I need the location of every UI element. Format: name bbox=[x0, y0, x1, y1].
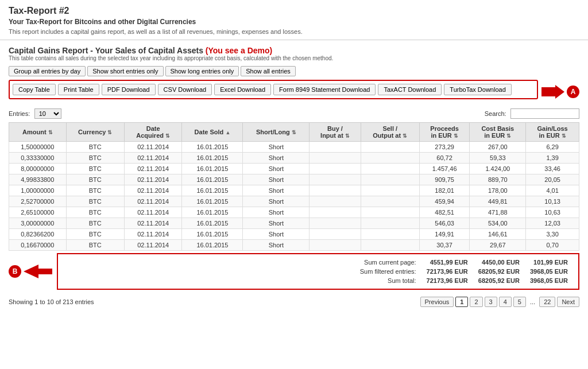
table-cell: 1,39 bbox=[526, 153, 579, 164]
table-cell: 59,33 bbox=[470, 153, 526, 164]
search-control: Search: bbox=[485, 108, 579, 119]
page-wrapper: Tax-Report #2 Your Tax-Report for Bitcoi… bbox=[0, 0, 588, 369]
table-cell: 16.01.2015 bbox=[182, 164, 243, 174]
table-cell bbox=[361, 207, 419, 218]
filter-btn-all[interactable]: Show all entries bbox=[241, 66, 296, 76]
csv-download-button[interactable]: CSV Download bbox=[158, 84, 212, 95]
col-date-acquired[interactable]: DateAcquired ⇅ bbox=[124, 123, 181, 142]
table-row: 2,52700000BTC02.11.201416.01.2015Short45… bbox=[9, 196, 579, 207]
section-title: Capital Gains Report - Your Sales of Cap… bbox=[9, 46, 272, 55]
data-table: Amount ⇅ Currency ⇅ DateAcquired ⇅ Date … bbox=[9, 122, 579, 251]
arrow-b-icon bbox=[24, 265, 52, 278]
summary-table: Sum current page: 4551,99 EUR 4450,00 EU… bbox=[354, 257, 574, 286]
page-btn-5[interactable]: 5 bbox=[513, 297, 526, 307]
table-cell: 0,70 bbox=[526, 240, 579, 251]
section-description: This table contains all sales during the… bbox=[9, 55, 579, 61]
table-cell bbox=[361, 196, 419, 207]
table-cell: BTC bbox=[66, 196, 124, 207]
table-cell: 10,63 bbox=[526, 207, 579, 218]
col-date-sold[interactable]: Date Sold ▲ bbox=[182, 123, 243, 142]
table-cell: 02.11.2014 bbox=[124, 153, 181, 164]
page-btn-4[interactable]: 4 bbox=[499, 297, 512, 307]
section-title-row: Capital Gains Report - Your Sales of Cap… bbox=[9, 46, 579, 55]
table-cell bbox=[361, 229, 419, 240]
table-cell: 4,01 bbox=[526, 185, 579, 196]
table-cell bbox=[310, 240, 361, 251]
table-cell: 30,37 bbox=[419, 240, 470, 251]
table-cell: 0,82366200 bbox=[9, 229, 67, 240]
table-row: 1,50000000BTC02.11.201416.01.2015Short27… bbox=[9, 142, 579, 153]
summary-gain-current: 101,99 EUR bbox=[525, 258, 572, 266]
table-cell: Short bbox=[243, 207, 310, 218]
filter-btn-long-only[interactable]: Show long entries only bbox=[165, 66, 239, 76]
table-cell: 909,75 bbox=[419, 174, 470, 185]
table-cell: BTC bbox=[66, 153, 124, 164]
summary-total: Sum total: 72173,96 EUR 68205,92 EUR 396… bbox=[355, 277, 572, 285]
table-cell bbox=[361, 174, 419, 185]
taxact-download-button[interactable]: TaxACT Download bbox=[378, 84, 442, 95]
table-body: 1,50000000BTC02.11.201416.01.2015Short27… bbox=[9, 142, 579, 251]
table-cell: 1,00000000 bbox=[9, 185, 67, 196]
col-buy-input[interactable]: Buy /Input at ⇅ bbox=[310, 123, 361, 142]
table-cell bbox=[310, 229, 361, 240]
filter-btn-short-only[interactable]: Show short entries only bbox=[87, 66, 163, 76]
annotation-b: B bbox=[9, 265, 52, 278]
filter-buttons-row: Group all entries by day Show short entr… bbox=[9, 66, 579, 76]
entries-select[interactable]: 10 25 50 100 bbox=[34, 108, 61, 119]
table-cell: 178,00 bbox=[470, 185, 526, 196]
summary-gain-filtered: 3968,05 EUR bbox=[525, 267, 572, 275]
table-cell: 33,46 bbox=[526, 164, 579, 174]
annotation-a: A bbox=[541, 85, 579, 99]
action-buttons-container: Copy Table Print Table PDF Download CSV … bbox=[9, 80, 538, 99]
table-cell: 1.457,46 bbox=[419, 164, 470, 174]
table-cell: BTC bbox=[66, 185, 124, 196]
table-cell: 16.01.2015 bbox=[182, 196, 243, 207]
table-row: 2,65100000BTC02.11.201416.01.2015Short48… bbox=[9, 207, 579, 218]
table-cell: 02.11.2014 bbox=[124, 207, 181, 218]
excel-download-button[interactable]: Excel Download bbox=[214, 84, 271, 95]
col-gain-loss[interactable]: Gain/Lossin EUR ⇅ bbox=[526, 123, 579, 142]
arrow-a-icon bbox=[541, 85, 564, 99]
page-btn-1[interactable]: 1 bbox=[455, 297, 468, 307]
summary-label-total: Sum total: bbox=[355, 277, 421, 285]
table-cell bbox=[310, 174, 361, 185]
col-amount[interactable]: Amount ⇅ bbox=[9, 123, 67, 142]
summary-gain-total: 3968,05 EUR bbox=[525, 277, 572, 285]
print-table-button[interactable]: Print Table bbox=[58, 84, 99, 95]
col-currency[interactable]: Currency ⇅ bbox=[66, 123, 124, 142]
page-btn-22[interactable]: 22 bbox=[539, 297, 555, 307]
search-input[interactable] bbox=[510, 108, 579, 119]
summary-cost-current: 4450,00 EUR bbox=[474, 258, 524, 266]
table-cell: 16.01.2015 bbox=[182, 185, 243, 196]
col-short-long[interactable]: Short/Long ⇅ bbox=[243, 123, 310, 142]
col-proceeds[interactable]: Proceedsin EUR ⇅ bbox=[419, 123, 470, 142]
page-btn-2[interactable]: 2 bbox=[470, 297, 482, 307]
next-button[interactable]: Next bbox=[557, 297, 579, 307]
table-cell: 16.01.2015 bbox=[182, 229, 243, 240]
filter-btn-group-day[interactable]: Group all entries by day bbox=[9, 66, 86, 76]
header-section: Tax-Report #2 Your Tax-Report for Bitcoi… bbox=[0, 0, 588, 40]
turbotax-download-button[interactable]: TurboTax Download bbox=[444, 84, 511, 95]
pdf-download-button[interactable]: PDF Download bbox=[102, 84, 156, 95]
main-content: Capital Gains Report - Your Sales of Cap… bbox=[0, 40, 588, 315]
page-ellipsis: ... bbox=[528, 297, 537, 306]
table-cell: 10,13 bbox=[526, 196, 579, 207]
entries-label: Entries: bbox=[9, 110, 30, 117]
summary-proceeds-current: 4551,99 EUR bbox=[422, 258, 473, 266]
table-cell: BTC bbox=[66, 142, 124, 153]
prev-button[interactable]: Previous bbox=[420, 297, 454, 307]
page-btn-3[interactable]: 3 bbox=[485, 297, 497, 307]
table-row: 4,99833800BTC02.11.201416.01.2015Short90… bbox=[9, 174, 579, 185]
copy-table-button[interactable]: Copy Table bbox=[13, 84, 56, 95]
table-cell bbox=[310, 185, 361, 196]
col-sell-output[interactable]: Sell /Output at ⇅ bbox=[361, 123, 419, 142]
col-cost-basis[interactable]: Cost Basisin EUR ⇅ bbox=[470, 123, 526, 142]
table-row: 0,16670000BTC02.11.201416.01.2015Short30… bbox=[9, 240, 579, 251]
table-cell bbox=[310, 196, 361, 207]
form8949-download-button[interactable]: Form 8949 Statement Download bbox=[273, 84, 376, 95]
footer-row: Showing 1 to 10 of 213 entries Previous … bbox=[9, 294, 579, 309]
summary-filtered: Sum filtered entries: 72173,96 EUR 68205… bbox=[355, 267, 572, 275]
table-cell bbox=[361, 142, 419, 153]
table-cell: 1,50000000 bbox=[9, 142, 67, 153]
summary-proceeds-total: 72173,96 EUR bbox=[422, 277, 473, 285]
